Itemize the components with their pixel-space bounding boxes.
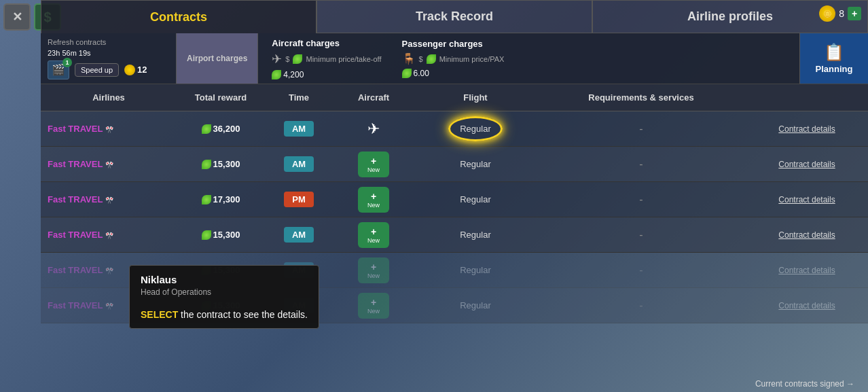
info-bar: Refresh contracts 23h 56m 19s 🎬 1 Speed …: [41, 33, 868, 84]
action-cell[interactable]: Contract details: [746, 157, 868, 172]
col-action: [746, 90, 868, 105]
action-cell[interactable]: Contract details: [746, 263, 868, 278]
currency-bar: 🪙 8 +: [819, 5, 861, 22]
coin-small-icon: [124, 65, 135, 75]
airport-charges-button[interactable]: Airport charges: [177, 33, 258, 84]
table-row[interactable]: Fast TRAVEL 🎌 15,300 AM + New Regular -: [41, 147, 868, 182]
reward-cell: 36,200: [177, 121, 265, 137]
time-badge: PM: [284, 192, 314, 207]
leaf-icon-4: [402, 69, 412, 78]
charges-section: Aircraft charges ✈ $ Minimum price/take-…: [258, 33, 800, 84]
passenger-charges-group: Passenger charges 🪑 $ Minimum price/PAX …: [402, 39, 505, 78]
action-cell[interactable]: Contract details: [746, 122, 868, 137]
contract-details-link[interactable]: Contract details: [778, 195, 835, 204]
aircraft-cell: ✈: [333, 118, 414, 141]
coin-icon: 🪙: [819, 5, 835, 22]
refresh-timer: 23h 56m 19s: [48, 49, 169, 57]
tab-contracts[interactable]: Contracts: [41, 0, 317, 33]
passenger-charges-detail-label: Minimum price/PAX: [439, 55, 505, 63]
aircraft-cell: + New: [333, 219, 414, 251]
add-currency-button[interactable]: +: [848, 7, 861, 20]
table-row[interactable]: Fast TRAVEL 🎌 15,300 AM + New Regular -: [41, 217, 868, 253]
aircraft-cell: + New: [333, 290, 414, 321]
new-aircraft-button[interactable]: + New: [358, 257, 389, 283]
tooltip-name: Niklaus: [141, 274, 308, 285]
table-header: Airlines Total reward Time Aircraft Flig…: [41, 84, 868, 111]
planning-button[interactable]: 📋 Planning: [800, 33, 868, 84]
leaf-icon-2: [272, 70, 281, 79]
flight-type-highlight: Regular: [448, 116, 503, 141]
tooltip-message: SELECT the contract to see the details.: [141, 309, 308, 320]
passenger-charges-value: 6.00: [402, 69, 505, 78]
aircraft-charges-detail-label: Minimum price/take-off: [306, 55, 381, 63]
col-aircraft: Aircraft: [333, 90, 414, 105]
tooltip-role: Head of Operations: [141, 287, 308, 297]
reward-cell: 15,300: [177, 156, 265, 172]
speed-up-row: 🎬 1 Speed up 12: [48, 60, 169, 79]
flight-cell: Regular: [414, 192, 537, 207]
action-cell[interactable]: Contract details: [746, 228, 868, 243]
leaf-icon-r4: [202, 230, 211, 240]
contract-details-link[interactable]: Contract details: [778, 266, 835, 275]
refresh-label: Refresh contracts: [48, 38, 169, 46]
new-aircraft-button[interactable]: + New: [358, 187, 389, 213]
airline-name: Fast TRAVEL 🎌: [41, 227, 177, 243]
time-cell: AM: [265, 118, 333, 139]
new-aircraft-button[interactable]: + New: [358, 293, 389, 319]
table-row[interactable]: Fast TRAVEL 🎌 36,200 AM ✈ Regular - Cont…: [41, 111, 868, 147]
new-aircraft-button[interactable]: + New: [358, 222, 389, 248]
time-cell: AM: [265, 154, 333, 175]
flight-cell: Regular: [414, 227, 537, 243]
col-airlines: Airlines: [41, 90, 177, 105]
col-requirements: Requirements & services: [537, 90, 746, 105]
speed-up-button[interactable]: Speed up: [75, 63, 119, 77]
action-cell[interactable]: Contract details: [746, 298, 868, 313]
aircraft-charges-group: Aircraft charges ✈ $ Minimum price/take-…: [272, 38, 381, 79]
tooltip-select-word: SELECT: [141, 309, 178, 320]
aircraft-charges-title: Aircraft charges: [272, 38, 381, 48]
leaf-icon-3: [427, 54, 436, 64]
contract-details-link[interactable]: Contract details: [778, 230, 835, 240]
requirements-cell: -: [537, 191, 746, 209]
table-row[interactable]: Fast TRAVEL 🎌 17,300 PM + New Regular -: [41, 182, 868, 217]
tooltip-message-rest: the contract to see the details.: [178, 309, 308, 320]
leaf-icon-r1: [202, 124, 211, 134]
flight-cell: Regular: [414, 156, 537, 172]
passenger-charges-title: Passenger charges: [402, 39, 505, 49]
tooltip-popup: Niklaus Head of Operations SELECT the co…: [129, 265, 319, 329]
reward-cell: 17,300: [177, 192, 265, 207]
time-badge: AM: [284, 156, 314, 172]
requirements-cell: -: [537, 262, 746, 279]
aircraft-cell: + New: [333, 149, 414, 180]
plane-icon: ✈: [367, 120, 380, 137]
contract-details-link[interactable]: Contract details: [778, 160, 835, 169]
col-total-reward: Total reward: [177, 90, 265, 105]
airline-name: Fast TRAVEL 🎌: [41, 121, 177, 137]
aircraft-charges-value: 4,200: [272, 70, 381, 79]
leaf-icon-r2: [202, 160, 211, 169]
planning-icon: 📋: [824, 43, 844, 62]
currency-amount: 8: [839, 8, 844, 19]
aircraft-cell: + New: [333, 184, 414, 215]
reward-cell: 15,300: [177, 227, 265, 243]
speed-up-cost: 12: [124, 65, 147, 75]
close-button[interactable]: ✕: [3, 3, 31, 31]
aircraft-min-label: ✈ $ Minimum price/take-off: [272, 52, 381, 67]
requirements-cell: -: [537, 120, 746, 138]
current-contracts-link[interactable]: Current contracts signed →: [755, 379, 854, 389]
film-icon[interactable]: 🎬 1: [48, 60, 69, 79]
time-badge: AM: [284, 227, 314, 243]
airline-name: Fast TRAVEL 🎌: [41, 156, 177, 172]
requirements-cell: -: [537, 156, 746, 173]
leaf-icon: [293, 54, 302, 64]
tab-track-record[interactable]: Track Record: [317, 0, 592, 33]
requirements-cell: -: [537, 226, 746, 244]
time-badge: AM: [284, 121, 314, 137]
main-container: ✕ $ Contracts Track Record Airline profi…: [41, 0, 868, 392]
contract-details-link[interactable]: Contract details: [778, 301, 835, 310]
col-time: Time: [265, 90, 333, 105]
new-aircraft-button[interactable]: + New: [358, 152, 389, 177]
contract-details-link[interactable]: Contract details: [778, 124, 835, 134]
action-cell[interactable]: Contract details: [746, 192, 868, 207]
flight-cell: Regular: [414, 113, 537, 144]
